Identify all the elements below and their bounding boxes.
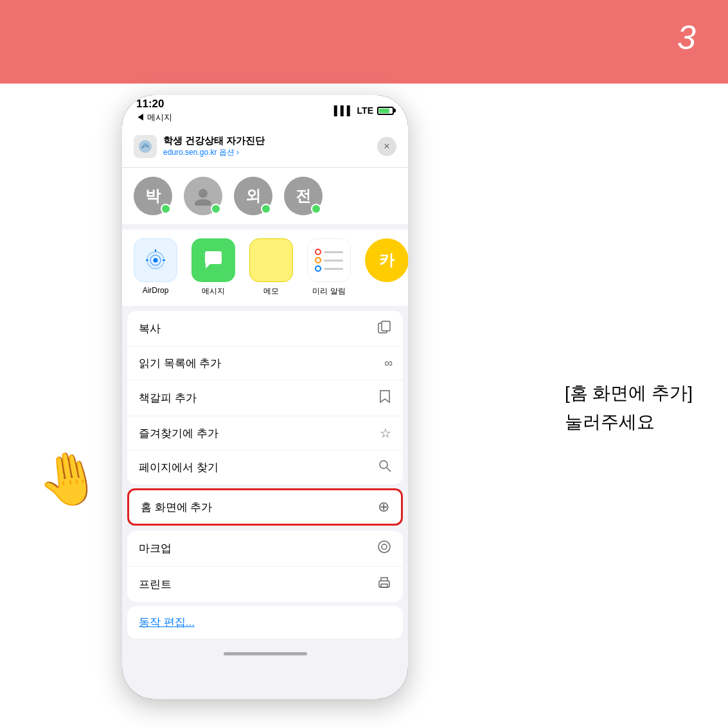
online-dot [211,204,221,214]
apps-row: AirDrop 메시지 [122,229,408,306]
svg-point-12 [380,461,387,468]
app-item-messages[interactable]: 메시지 [191,238,235,297]
action-label-readinglist: 읽기 목록에 추가 [139,356,221,371]
svg-rect-11 [382,321,390,331]
rem-dot-2 [315,257,321,263]
annotation-line2: 눌러주세요 [565,408,693,437]
signal-icon: ▌▌▌ [334,105,353,116]
contact-item[interactable]: 박 [134,177,172,215]
top-banner [0,0,728,84]
messages-icon [191,238,235,282]
search-icon [378,459,391,475]
action-item-bookmark[interactable]: 책갈피 추가 [127,380,403,416]
rem-dot-1 [315,249,321,255]
rem-line-1 [324,251,343,253]
notes-label: 메모 [263,286,279,297]
share-close-button[interactable]: × [377,137,396,156]
share-app-title: 학생 건강상태 자가진단 [163,135,265,147]
reminders-icon [307,238,351,282]
share-app-text: 학생 건강상태 자가진단 eduro.sen.go.kr 옵션 › [163,135,265,158]
messages-label: 메시지 [202,286,225,297]
action-label-add-home: 홈 화면에 추가 [141,500,212,515]
svg-point-1 [143,143,147,147]
airdrop-icon [134,238,177,282]
copy-icon [377,320,391,337]
contact-item[interactable]: 전 [284,177,323,215]
action-label-copy: 복사 [139,321,161,336]
share-app-info: 학생 건강상태 자가진단 eduro.sen.go.kr 옵션 › [134,135,265,158]
rem-line-3 [324,268,343,270]
readinglist-icon: ∞ [384,357,391,370]
home-indicator [122,643,408,664]
notes-icon [249,238,293,282]
action-label-favorite: 즐겨찾기에 추가 [139,426,218,441]
app-item-airdrop[interactable]: AirDrop [134,238,177,297]
status-back: ◀ 메시지 [136,112,172,123]
rem-dot-3 [315,265,321,272]
action-list: 복사 읽기 목록에 추가 ∞ 책갈피 추가 [127,311,403,484]
online-dot [261,204,271,214]
action-item-favorite[interactable]: 즐겨찾기에 추가 ☆ [127,416,403,450]
rem-line-2 [324,260,343,262]
highlighted-action-container: 홈 화면에 추가 ⊕ [127,488,403,526]
action-item-add-home[interactable]: 홈 화면에 추가 ⊕ [127,488,403,526]
action-item-print[interactable]: 프린트 [127,567,403,602]
hand-cursor: 🤚 [33,444,107,515]
battery-icon [377,107,394,115]
contact-avatar-2 [184,177,222,215]
action-item-copy[interactable]: 복사 [127,311,403,347]
print-icon [377,576,391,593]
app-item-notes[interactable]: 메모 [249,238,293,297]
svg-point-3 [195,199,211,206]
svg-point-14 [378,541,390,553]
reminders-inner [310,245,348,276]
action-label-markup: 마크업 [139,541,172,556]
network-label: LTE [357,105,373,116]
status-time: 11:20 [136,98,172,111]
notes-icon-inner [267,247,275,274]
contact-avatar-1: 박 [134,177,172,215]
phone-mockup: 11:20 ◀ 메시지 ▌▌▌ LTE [122,95,408,699]
add-home-icon: ⊕ [378,499,389,515]
rem-row-1 [315,249,343,255]
reminders-label: 미리 알림 [312,286,345,297]
app-item-reminders[interactable]: 미리 알림 [307,238,351,297]
action-list-2: 마크업 프린트 [127,531,403,602]
markup-icon [377,540,391,557]
action-item-readinglist[interactable]: 읽기 목록에 추가 ∞ [127,347,403,380]
status-bar: 11:20 ◀ 메시지 ▌▌▌ LTE [122,95,408,126]
share-sheet: 학생 건강상태 자가진단 eduro.sen.go.kr 옵션 › × 박 [122,126,408,699]
online-dot [161,204,171,214]
bookmark-icon [378,389,391,407]
svg-rect-17 [381,584,387,587]
battery-fill [379,109,389,113]
star-icon: ☆ [380,425,391,441]
status-right: ▌▌▌ LTE [334,105,394,116]
action-item-markup[interactable]: 마크업 [127,531,403,567]
action-label-print: 프린트 [139,577,172,592]
svg-point-15 [382,544,387,549]
share-app-icon [134,135,157,158]
rem-row-2 [315,257,343,263]
rem-row-3 [315,265,343,272]
action-label-find: 페이지에서 찾기 [139,460,218,475]
annotation-line1: [홈 화면에 추가] [565,379,693,408]
app-item-more[interactable]: 카 [365,238,408,297]
share-app-url: eduro.sen.go.kr 옵션 › [163,147,265,158]
action-item-find[interactable]: 페이지에서 찾기 [127,450,403,484]
svg-line-13 [387,468,391,472]
more-icon: 카 [365,238,408,282]
svg-point-2 [199,189,208,198]
contact-avatar-3: 외 [234,177,272,215]
contact-item[interactable]: 외 [234,177,272,215]
contact-item[interactable] [184,177,222,215]
contacts-row: 박 외 [122,168,408,224]
online-dot [311,204,321,214]
share-header: 학생 건강상태 자가진단 eduro.sen.go.kr 옵션 › × [122,126,408,168]
edit-link[interactable]: 동작 편집... [127,606,403,639]
action-label-bookmark: 책갈피 추가 [139,391,197,405]
annotation: [홈 화면에 추가] 눌러주세요 [565,379,693,437]
home-indicator-bar [224,652,307,655]
contact-avatar-4: 전 [284,177,323,215]
svg-point-6 [154,258,158,263]
